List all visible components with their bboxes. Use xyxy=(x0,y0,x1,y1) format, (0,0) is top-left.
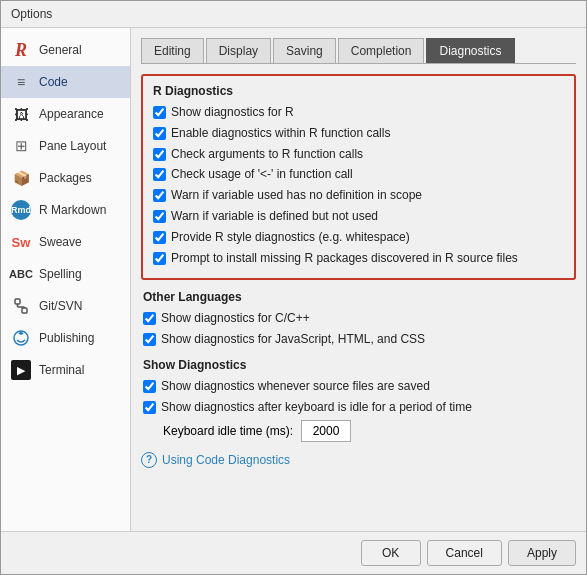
list-item: Show diagnostics for C/C++ xyxy=(143,310,576,327)
list-item: Check arguments to R function calls xyxy=(153,146,564,163)
enable-diag-func-checkbox[interactable] xyxy=(153,127,166,140)
sweave-icon: Sw xyxy=(11,232,31,252)
other-languages-section: Other Languages Show diagnostics for C/C… xyxy=(141,290,576,348)
show-on-idle-label: Show diagnostics after keyboard is idle … xyxy=(161,399,472,416)
show-diagnostics-title: Show Diagnostics xyxy=(143,358,576,372)
sidebar-item-pane-layout[interactable]: ⊞ Pane Layout xyxy=(1,130,130,162)
list-item: Show diagnostics for JavaScript, HTML, a… xyxy=(143,331,576,348)
show-diag-js-label: Show diagnostics for JavaScript, HTML, a… xyxy=(161,331,425,348)
panel-content: R Diagnostics Show diagnostics for R Ena… xyxy=(141,74,576,521)
sidebar-label-spelling: Spelling xyxy=(39,267,82,281)
help-link-label: Using Code Diagnostics xyxy=(162,453,290,467)
prompt-install-checkbox[interactable] xyxy=(153,252,166,265)
apply-button[interactable]: Apply xyxy=(508,540,576,566)
sidebar-label-publishing: Publishing xyxy=(39,331,94,345)
ok-button[interactable]: OK xyxy=(361,540,421,566)
list-item: Warn if variable is defined but not used xyxy=(153,208,564,225)
check-args-checkbox[interactable] xyxy=(153,148,166,161)
tab-bar: Editing Display Saving Completion Diagno… xyxy=(141,38,576,64)
r-diagnostics-title: R Diagnostics xyxy=(153,84,564,98)
sidebar-label-terminal: Terminal xyxy=(39,363,84,377)
list-item: Prompt to install missing R packages dis… xyxy=(153,250,564,267)
sidebar-label-pane-layout: Pane Layout xyxy=(39,139,106,153)
cancel-button[interactable]: Cancel xyxy=(427,540,502,566)
show-on-save-checkbox[interactable] xyxy=(143,380,156,393)
show-on-idle-checkbox[interactable] xyxy=(143,401,156,414)
list-item: Provide R style diagnostics (e.g. whites… xyxy=(153,229,564,246)
svg-rect-0 xyxy=(15,299,20,304)
check-usage-assign-label: Check usage of '<-' in function call xyxy=(171,166,353,183)
sidebar-label-general: General xyxy=(39,43,82,57)
tab-saving[interactable]: Saving xyxy=(273,38,336,63)
spelling-icon: ABC xyxy=(11,264,31,284)
show-on-save-label: Show diagnostics whenever source files a… xyxy=(161,378,430,395)
sidebar-item-terminal[interactable]: ▶ Terminal xyxy=(1,354,130,386)
list-item: Enable diagnostics within R function cal… xyxy=(153,125,564,142)
r-diagnostics-section: R Diagnostics Show diagnostics for R Ena… xyxy=(141,74,576,280)
sidebar-item-appearance[interactable]: 🖼 Appearance xyxy=(1,98,130,130)
sidebar-item-packages[interactable]: 📦 Packages xyxy=(1,162,130,194)
tab-completion[interactable]: Completion xyxy=(338,38,425,63)
show-diag-cpp-checkbox[interactable] xyxy=(143,312,156,325)
sidebar-label-packages: Packages xyxy=(39,171,92,185)
show-diagnostics-section: Show Diagnostics Show diagnostics whenev… xyxy=(141,358,576,442)
svg-rect-1 xyxy=(22,308,27,313)
help-icon: ? xyxy=(141,452,157,468)
keyboard-idle-row: Keyboard idle time (ms): xyxy=(163,420,576,442)
r-markdown-icon: Rmd xyxy=(11,200,31,220)
sidebar-item-spelling[interactable]: ABC Spelling xyxy=(1,258,130,290)
prompt-install-label: Prompt to install missing R packages dis… xyxy=(171,250,518,267)
show-diag-cpp-label: Show diagnostics for C/C++ xyxy=(161,310,310,327)
sidebar-label-git-svn: Git/SVN xyxy=(39,299,82,313)
sidebar-label-sweave: Sweave xyxy=(39,235,82,249)
warn-defined-unused-checkbox[interactable] xyxy=(153,210,166,223)
provide-style-diag-label: Provide R style diagnostics (e.g. whites… xyxy=(171,229,410,246)
list-item: Show diagnostics after keyboard is idle … xyxy=(143,399,576,416)
tab-diagnostics[interactable]: Diagnostics xyxy=(426,38,514,63)
keyboard-idle-label: Keyboard idle time (ms): xyxy=(163,424,293,438)
sidebar-label-r-markdown: R Markdown xyxy=(39,203,106,217)
show-diag-r-checkbox[interactable] xyxy=(153,106,166,119)
check-args-label: Check arguments to R function calls xyxy=(171,146,363,163)
check-usage-assign-checkbox[interactable] xyxy=(153,168,166,181)
sidebar: R General ≡ Code 🖼 Appearance ⊞ xyxy=(1,28,131,531)
title-bar: Options xyxy=(1,1,586,28)
provide-style-diag-checkbox[interactable] xyxy=(153,231,166,244)
show-diag-r-label: Show diagnostics for R xyxy=(171,104,294,121)
list-item: Check usage of '<-' in function call xyxy=(153,166,564,183)
content-area: R General ≡ Code 🖼 Appearance ⊞ xyxy=(1,28,586,531)
sidebar-item-code[interactable]: ≡ Code xyxy=(1,66,130,98)
list-item: Warn if variable used has no definition … xyxy=(153,187,564,204)
publishing-icon xyxy=(11,328,31,348)
code-icon: ≡ xyxy=(11,72,31,92)
window-title: Options xyxy=(11,7,52,21)
sidebar-label-code: Code xyxy=(39,75,68,89)
sidebar-item-r-markdown[interactable]: Rmd R Markdown xyxy=(1,194,130,226)
pane-layout-icon: ⊞ xyxy=(11,136,31,156)
tab-display[interactable]: Display xyxy=(206,38,271,63)
options-window: Options R General ≡ Code 🖼 Appearance xyxy=(0,0,587,575)
warn-no-def-label: Warn if variable used has no definition … xyxy=(171,187,422,204)
git-svn-icon xyxy=(11,296,31,316)
sidebar-item-git-svn[interactable]: Git/SVN xyxy=(1,290,130,322)
other-languages-title: Other Languages xyxy=(143,290,576,304)
help-link[interactable]: ? Using Code Diagnostics xyxy=(141,452,576,468)
warn-defined-unused-label: Warn if variable is defined but not used xyxy=(171,208,378,225)
show-diag-js-checkbox[interactable] xyxy=(143,333,156,346)
list-item: Show diagnostics whenever source files a… xyxy=(143,378,576,395)
general-icon: R xyxy=(11,40,31,60)
warn-no-def-checkbox[interactable] xyxy=(153,189,166,202)
bottom-bar: OK Cancel Apply xyxy=(1,531,586,574)
sidebar-item-general[interactable]: R General xyxy=(1,34,130,66)
tab-editing[interactable]: Editing xyxy=(141,38,204,63)
main-panel: Editing Display Saving Completion Diagno… xyxy=(131,28,586,531)
packages-icon: 📦 xyxy=(11,168,31,188)
enable-diag-func-label: Enable diagnostics within R function cal… xyxy=(171,125,390,142)
sidebar-label-appearance: Appearance xyxy=(39,107,104,121)
terminal-icon: ▶ xyxy=(11,360,31,380)
appearance-icon: 🖼 xyxy=(11,104,31,124)
sidebar-item-sweave[interactable]: Sw Sweave xyxy=(1,226,130,258)
keyboard-idle-input[interactable] xyxy=(301,420,351,442)
sidebar-item-publishing[interactable]: Publishing xyxy=(1,322,130,354)
list-item: Show diagnostics for R xyxy=(153,104,564,121)
